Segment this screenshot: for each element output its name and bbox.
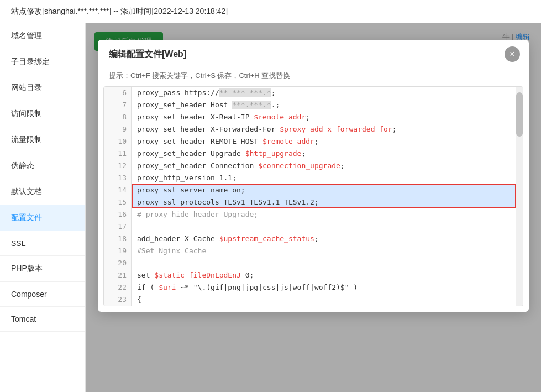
sidebar-item-subdir[interactable]: 子目录绑定 [0,49,85,75]
code-line-13: proxy_http_version 1.1; [132,172,516,184]
sidebar-item-php[interactable]: PHP版本 [0,256,85,282]
code-line-11: proxy_set_header Upgrade $http_upgrade; [132,148,516,160]
code-line-20 [132,257,516,269]
code-line-12: proxy_set_header Connection $connection_… [132,160,516,172]
modal-close-button[interactable]: × [505,46,520,62]
sidebar-item-traffic[interactable]: 流量限制 [0,127,85,153]
code-line-14: proxy_ssl_server_name on; [132,184,516,196]
top-bar: 站点修改[shanghai.***.***.***] -- 添加时间[2022-… [0,0,541,23]
sidebar-item-composer[interactable]: Composer [0,282,85,307]
code-line-17 [132,221,516,233]
code-line-18: add_header X-Cache $upstream_cache_statu… [132,233,516,245]
code-line-7: proxy_set_header Host ***.***.*.; [132,99,516,111]
sidebar-item-webroot[interactable]: 网站目录 [0,75,85,101]
modal-hint: 提示：Ctrl+F 搜索关键字，Ctrl+S 保存，Ctrl+H 查找替换 [98,65,529,86]
code-line-19: #Set Nginx Cache [132,245,516,257]
sidebar-item-domain[interactable]: 域名管理 [0,23,85,49]
line-numbers: 6 7 8 9 10 11 12 13 14 15 16 17 18 19 [104,87,132,306]
code-line-8: proxy_set_header X-Real-IP $remote_addr; [132,111,516,123]
main-content: 添加反向代理 牛 | 编辑 编辑配置文件[Web] × 提示：Ctrl+F 搜索… [86,23,541,392]
scrollbar-track[interactable] [516,87,523,306]
code-line-9: proxy_set_header X-Forwarded-For $proxy_… [132,123,516,135]
code-line-22: if ( $uri ~* "\.(gif|png|jpg|css|js|woff… [132,281,516,294]
code-line-10: proxy_set_header REMOTE-HOST $remote_add… [132,135,516,148]
modal-header: 编辑配置文件[Web] × [98,40,529,65]
code-line-6: proxy_pass https://** *** ***.*; [132,87,516,99]
sidebar-item-rewrite[interactable]: 伪静态 [0,153,85,179]
config-editor-modal: 编辑配置文件[Web] × 提示：Ctrl+F 搜索关键字，Ctrl+S 保存，… [98,40,529,312]
sidebar-item-default-doc[interactable]: 默认文档 [0,179,85,205]
sidebar-item-tomcat[interactable]: Tomcat [0,307,85,332]
code-line-23: { [132,294,516,306]
code-editor[interactable]: 6 7 8 9 10 11 12 13 14 15 16 17 18 19 [103,86,523,306]
modal-title: 编辑配置文件[Web] [109,49,186,60]
sidebar-item-ssl[interactable]: SSL [0,231,85,256]
page-title: 站点修改[shanghai.***.***.***] -- 添加时间[2022-… [11,7,228,17]
code-content[interactable]: proxy_pass https://** *** ***.*; proxy_s… [132,87,516,306]
code-line-16: # proxy_hide_header Upgrade; [132,208,516,221]
scrollbar-thumb[interactable] [516,92,523,137]
highlighted-section: proxy_ssl_server_name on; proxy_ssl_prot… [132,184,516,208]
sidebar-item-config[interactable]: 配置文件 [0,205,85,231]
code-line-21: set $static_fileDnLpdEnJ 0; [132,269,516,281]
code-line-15: proxy_ssl_protocols TLSv1 TLSv1.1 TLSv1.… [132,196,516,208]
sidebar-item-access[interactable]: 访问限制 [0,101,85,127]
modal-overlay: 编辑配置文件[Web] × 提示：Ctrl+F 搜索关键字，Ctrl+S 保存，… [86,23,541,392]
sidebar: 域名管理 子目录绑定 网站目录 访问限制 流量限制 伪静态 默认文档 配置文件 … [0,23,86,392]
